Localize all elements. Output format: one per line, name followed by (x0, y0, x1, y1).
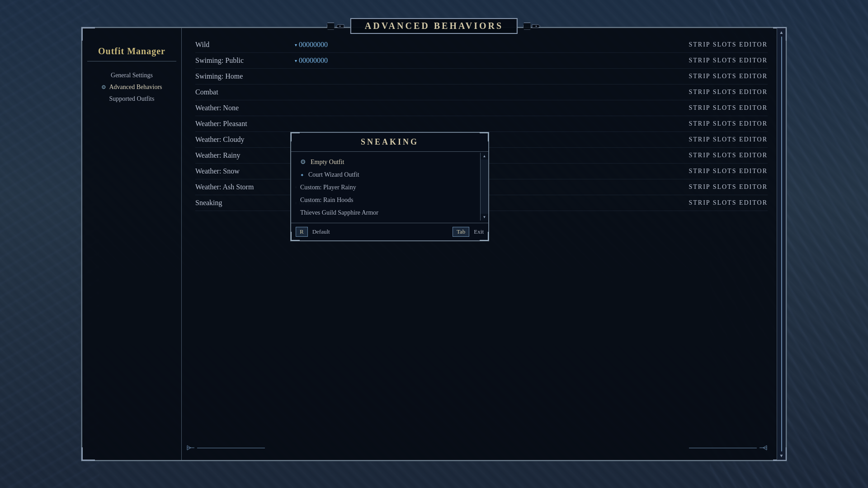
sidebar-label-advanced: Advanced Behaviors (109, 84, 162, 91)
arrow-icon-swiming-public: ▾ (295, 58, 297, 63)
modal-corner-bl (291, 232, 300, 241)
sidebar-item-supported[interactable]: Supported Outfits (82, 93, 181, 105)
modal-title: SNEAKING (291, 133, 488, 152)
scroll-up-arrow[interactable]: ▲ (481, 153, 488, 160)
modal-footer: R Default Tab Exit (291, 223, 488, 240)
table-row[interactable]: Swiming: Public ▾ 00000000 STRIP SLOTS E… (195, 53, 768, 69)
behavior-name-weather-cloudy: Weather: Cloudy (195, 136, 295, 144)
list-item-court-wizard[interactable]: ✦ Court Wizard Outfit (291, 169, 488, 181)
strip-slots-wild[interactable]: STRIP SLOTS EDITOR (668, 41, 768, 48)
arrow-icon-wild: ▾ (295, 42, 297, 47)
behavior-name-weather-rainy: Weather: Rainy (195, 151, 295, 160)
scrollbar-thumb[interactable] (781, 37, 782, 451)
table-row[interactable]: Weather: Pleasant STRIP SLOTS EDITOR (195, 116, 768, 132)
behavior-name-sneaking: Sneaking (195, 199, 295, 207)
right-ornament-icon (759, 445, 768, 451)
strip-slots-weather-pleasant[interactable]: STRIP SLOTS EDITOR (668, 120, 768, 127)
list-item-player-rainy[interactable]: Custom: Player Rainy (291, 181, 488, 194)
dagger-icon: ✦ (300, 173, 304, 178)
sidebar-label-supported: Supported Outfits (109, 95, 155, 103)
strip-slots-swiming-home[interactable]: STRIP SLOTS EDITOR (668, 73, 768, 80)
item-label-court-wizard: Court Wizard Outfit (308, 171, 359, 178)
table-row[interactable]: Combat STRIP SLOTS EDITOR (195, 84, 768, 100)
svg-point-3 (536, 25, 537, 27)
sidebar-item-general[interactable]: General Settings (82, 70, 181, 81)
strip-slots-sneaking[interactable]: STRIP SLOTS EDITOR (668, 199, 768, 206)
scroll-up-icon[interactable]: ▲ (777, 30, 786, 35)
behavior-name-wild: Wild (195, 41, 295, 49)
modal-corner-tr (480, 132, 489, 141)
behavior-name-swiming-public: Swiming: Public (195, 56, 295, 65)
corner-bl (81, 447, 95, 461)
sidebar-label-general: General Settings (111, 72, 153, 79)
sidebar-title: Outfit Manager (87, 46, 176, 61)
sidebar: Outfit Manager General Settings ⚙ Advanc… (82, 28, 182, 460)
default-label: Default (312, 228, 330, 235)
strip-slots-weather-rainy[interactable]: STRIP SLOTS EDITOR (668, 152, 768, 159)
main-panel: ADVANCED BEHAVIORS Outfit Manager Genera… (81, 27, 787, 461)
key-tab-button[interactable]: Tab (453, 227, 469, 237)
item-label-rain-hoods: Custom: Rain Hoods (300, 197, 353, 204)
behavior-name-combat: Combat (195, 88, 295, 96)
list-item-rain-hoods[interactable]: Custom: Rain Hoods (291, 194, 488, 206)
modal-corner-br (480, 232, 489, 241)
item-label-player-rainy: Custom: Player Rainy (300, 184, 356, 191)
strip-slots-weather-cloudy[interactable]: STRIP SLOTS EDITOR (668, 136, 768, 143)
table-row[interactable]: Wild ▾ 00000000 STRIP SLOTS EDITOR (195, 37, 768, 53)
strip-slots-combat[interactable]: STRIP SLOTS EDITOR (668, 89, 768, 96)
list-item-empty-outfit[interactable]: ⚙ Empty Outfit (291, 155, 488, 169)
modal-scrollbar[interactable]: ▲ ▼ (480, 153, 488, 221)
behavior-value-swiming-public: ▾ 00000000 (295, 56, 668, 65)
bottom-decoration (186, 445, 768, 451)
strip-slots-weather-none[interactable]: STRIP SLOTS EDITOR (668, 104, 768, 112)
scroll-down-arrow[interactable]: ▼ (481, 214, 488, 221)
item-label-thieves-guild: Thieves Guild Sapphire Armor (300, 209, 378, 216)
content-area: Wild ▾ 00000000 STRIP SLOTS EDITOR Swimi… (182, 28, 777, 460)
sneaking-dropdown-modal: SNEAKING ⚙ Empty Outfit ✦ Court Wizard O… (290, 132, 489, 241)
behavior-name-weather-snow: Weather: Snow (195, 167, 295, 175)
behavior-name-swiming-home: Swiming: Home (195, 72, 295, 80)
main-scrollbar[interactable]: ▲ ▼ (777, 28, 786, 460)
table-row[interactable]: Swiming: Home STRIP SLOTS EDITOR (195, 69, 768, 84)
behavior-name-weather-pleasant: Weather: Pleasant (195, 120, 295, 128)
modal-item-list: ⚙ Empty Outfit ✦ Court Wizard Outfit Cus… (291, 152, 488, 223)
strip-slots-weather-snow[interactable]: STRIP SLOTS EDITOR (668, 168, 768, 175)
gear-icon: ⚙ (101, 84, 106, 91)
strip-slots-swiming-public[interactable]: STRIP SLOTS EDITOR (668, 57, 768, 64)
scroll-down-icon[interactable]: ▼ (777, 453, 786, 458)
outfit-icon-empty: ⚙ (300, 158, 306, 166)
list-item-thieves-guild[interactable]: Thieves Guild Sapphire Armor (291, 206, 488, 219)
panel-inner: Outfit Manager General Settings ⚙ Advanc… (82, 28, 786, 460)
behavior-name-weather-ash: Weather: Ash Storm (195, 183, 295, 191)
modal-corner-tl (291, 132, 300, 141)
behavior-name-weather-none: Weather: None (195, 104, 295, 112)
svg-point-1 (339, 25, 340, 27)
table-row[interactable]: Weather: None STRIP SLOTS EDITOR (195, 100, 768, 116)
behavior-value-wild: ▾ 00000000 (295, 41, 668, 49)
left-ornament-icon (186, 445, 195, 451)
strip-slots-weather-ash[interactable]: STRIP SLOTS EDITOR (668, 183, 768, 191)
sidebar-item-advanced[interactable]: ⚙ Advanced Behaviors (82, 81, 181, 93)
item-label-empty-outfit: Empty Outfit (311, 159, 344, 166)
corner-tl (81, 27, 95, 41)
scroll-track (481, 160, 488, 214)
